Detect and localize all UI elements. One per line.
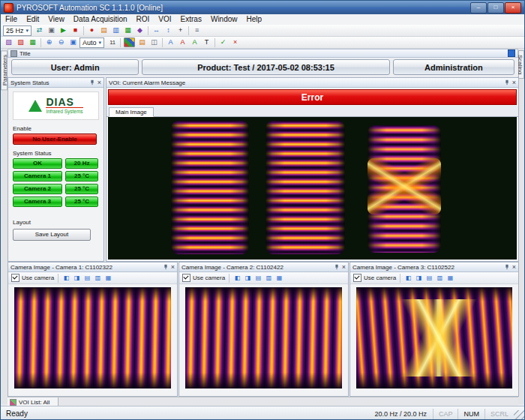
menu-item-help[interactable]: Help [242,14,267,25]
close-panel-icon[interactable]: × [512,80,516,86]
zoom-out-icon[interactable]: ⊖ [56,38,67,47]
menu-item-file[interactable]: File [1,14,22,25]
grid-icon[interactable]: ▦ [122,26,134,35]
dock-icon[interactable] [508,50,515,57]
scaling-tab[interactable]: Scaling [518,50,524,79]
camera1-thermal-image[interactable] [14,287,171,388]
table-icon[interactable]: ▥ [110,26,122,35]
text-tool-icon[interactable]: T [201,38,212,47]
minimize-button[interactable]: – [470,2,487,14]
stop-acquisition-icon[interactable]: ■ [70,26,81,35]
connect-icon[interactable]: ⇄ [34,26,45,35]
system-status-panel-header[interactable]: System Status × [8,78,104,88]
device-icon[interactable]: ▣ [46,26,57,35]
use-camera-checkbox[interactable] [182,274,190,282]
zoom-fit-icon[interactable]: ▣ [68,38,79,47]
voi-panel-header[interactable]: VOI: Current Alarm Message × [106,78,518,88]
label-green-icon[interactable]: A [189,38,200,47]
pan-horizontal-icon[interactable]: ↔ [151,26,162,35]
pin-icon[interactable] [163,264,169,270]
pin-icon[interactable] [334,264,340,270]
cam-tool-icon-4[interactable]: ▥ [436,274,444,281]
status-ok-button[interactable]: OK [13,158,62,169]
main-thermal-image[interactable] [108,117,517,260]
menu-item-view[interactable]: View [44,14,69,25]
apply-icon[interactable]: ✓ [218,38,229,47]
camera3-temp-button[interactable]: 25 °C [65,196,98,207]
area-tool-icon[interactable]: ▦ [27,38,38,47]
camera1-temp-button[interactable]: 25 °C [65,171,98,182]
menu-item-edit[interactable]: Edit [22,14,44,25]
maximize-button[interactable]: □ [488,2,504,14]
camera2-temp-button[interactable]: 25 °C [65,184,98,194]
chevron-down-icon: ▾ [99,40,102,46]
camera3-thermal-image[interactable] [356,287,512,388]
split-view-icon[interactable]: ◫ [148,38,160,47]
label-blue-icon[interactable]: A [165,38,176,47]
start-acquisition-icon[interactable]: ▶ [58,26,69,35]
zoom-actual-size-icon[interactable]: 1:1 [106,38,118,47]
cam-tool-icon-2[interactable]: ◨ [415,274,423,281]
camera3-panel-header[interactable]: Camera Image - Camera 3: C1102522 × [350,262,518,272]
menu-item-roi[interactable]: ROI [132,14,154,25]
camera2-panel-header[interactable]: Camera Image - Camera 2: C1102422 × [179,262,348,272]
add-icon[interactable]: + [175,26,186,35]
close-button[interactable]: × [505,2,521,14]
resize-grip[interactable] [514,410,524,420]
camera1-panel-header[interactable]: Camera Image - Camera 1: C1102322 × [8,262,177,272]
frequency-combobox[interactable]: 25 Hz ▾ [3,26,32,36]
cancel-icon[interactable]: × [230,38,241,47]
cam-tool-icon-5[interactable]: ▦ [446,274,454,281]
cam-tool-icon-1[interactable]: ◧ [404,274,412,281]
parameters-tab[interactable]: Parameters [1,50,8,90]
use-camera-checkbox[interactable] [11,274,20,282]
close-panel-icon[interactable]: × [98,80,101,86]
save-layout-button[interactable]: Save Layout [13,229,91,241]
cam-tool-icon-4[interactable]: ▥ [265,274,273,281]
pan-vertical-icon[interactable]: ↕ [163,26,174,35]
pin-icon[interactable] [89,80,95,86]
pin-icon[interactable] [504,80,510,86]
report-icon[interactable]: ▤ [98,26,110,35]
menu-item-window[interactable]: Window [206,14,242,25]
menu-item-voi[interactable]: VOI [154,14,176,25]
cam-tool-icon-2[interactable]: ◨ [244,274,252,281]
cam-tool-icon-3[interactable]: ▤ [83,274,92,281]
cam-tool-icon-5[interactable]: ▦ [275,274,284,281]
cam-tool-icon-5[interactable]: ▦ [104,274,112,281]
roi-tool-icon[interactable]: ▧ [3,38,14,47]
camera2-thermal-image[interactable] [185,287,342,388]
product-button[interactable]: Product: Test / 2017-05-02 08:53:15 [142,59,390,75]
titlebar[interactable]: PYROSOFT Automation SC 1.1.1.0 [Online] … [1,1,524,14]
palette-icon[interactable] [124,38,135,47]
tab-main-image[interactable]: Main Image [109,107,154,117]
cam-tool-icon-3[interactable]: ▤ [254,274,262,281]
list-icon[interactable]: ≡ [191,26,202,35]
label-red-icon[interactable]: A [177,38,188,47]
cam-tool-icon-2[interactable]: ◨ [73,274,81,281]
zoom-combobox[interactable]: Auto ▾ [80,38,104,48]
camera1-status-button[interactable]: Camera 1 [13,171,62,182]
close-panel-icon[interactable]: × [512,264,516,271]
user-button[interactable]: User: Admin [11,59,139,75]
cam-tool-icon-1[interactable]: ◧ [233,274,242,281]
marker-icon[interactable]: ◆ [134,26,146,35]
voi-tool-icon[interactable]: ▨ [15,38,26,47]
close-panel-icon[interactable]: × [171,264,175,271]
use-camera-checkbox[interactable] [353,274,362,282]
pin-icon[interactable] [504,264,510,270]
menu-item-extras[interactable]: Extras [176,14,206,25]
cam-tool-icon-1[interactable]: ◧ [62,274,70,281]
record-icon[interactable]: ● [86,26,98,35]
scale-icon[interactable]: ▤ [136,38,148,47]
enable-status-button[interactable]: No User-Enable [13,134,97,145]
cam-tool-icon-4[interactable]: ▥ [94,274,102,281]
close-panel-icon[interactable]: × [342,264,346,271]
menu-item-data-acquisition[interactable]: Data Acquisition [69,14,132,25]
camera2-status-button[interactable]: Camera 2 [13,184,62,194]
cam-tool-icon-3[interactable]: ▤ [425,274,434,281]
zoom-in-icon[interactable]: ⊕ [44,38,55,47]
administration-button[interactable]: Administration [393,59,514,75]
camera3-status-button[interactable]: Camera 3 [13,196,62,207]
status-rate-button[interactable]: 20 Hz [65,158,98,169]
